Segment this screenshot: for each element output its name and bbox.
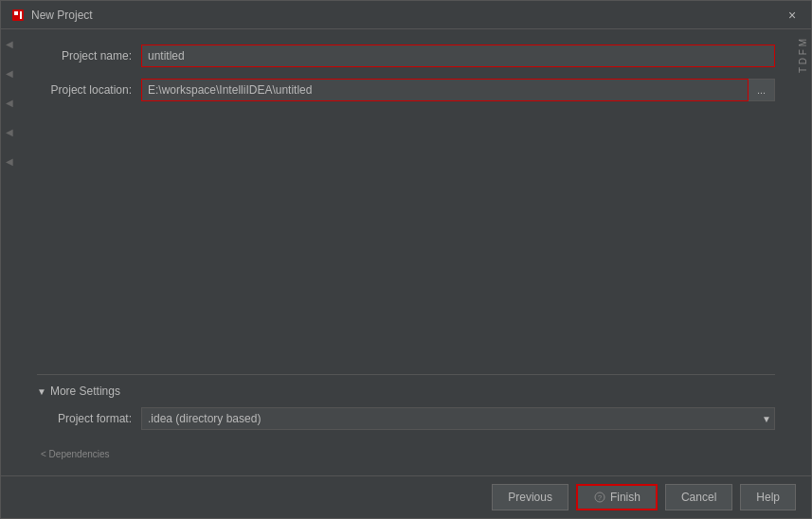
- project-location-label: Project location:: [37, 83, 141, 97]
- project-location-input[interactable]: [141, 79, 749, 101]
- right-sidebar: T D F M: [794, 29, 811, 475]
- project-name-label: Project name:: [37, 49, 141, 63]
- sidebar-arrow-4: ◀: [5, 127, 15, 137]
- project-format-row: Project format: .idea (directory based) …: [37, 407, 775, 430]
- toggle-arrow-icon: ▼: [37, 386, 46, 397]
- project-format-select[interactable]: .idea (directory based) Eclipse (classic…: [141, 407, 775, 430]
- main-form: Project name: Project location: ... ▼ Mo…: [18, 29, 794, 475]
- left-sidebar: ◀ ◀ ◀ ◀ ◀: [1, 29, 18, 475]
- sidebar-arrow-5: ◀: [5, 156, 15, 167]
- title-bar: New Project ×: [1, 1, 811, 29]
- sidebar-arrow-1: ◀: [5, 39, 15, 49]
- app-icon: [10, 8, 26, 23]
- new-project-dialog: New Project × ◀ ◀ ◀ ◀ ◀ Project name: Pr…: [0, 0, 812, 519]
- project-location-input-group: ...: [141, 79, 775, 101]
- more-settings-label: More Settings: [50, 385, 120, 398]
- more-settings-toggle[interactable]: ▼ More Settings: [37, 385, 775, 398]
- bottom-label: < Dependencies: [37, 447, 775, 460]
- bottom-bar: Previous ? Finish Cancel Help: [1, 475, 811, 518]
- cancel-button[interactable]: Cancel: [665, 484, 732, 510]
- sidebar-arrow-3: ◀: [5, 98, 15, 108]
- more-settings-section: ▼ More Settings Project format: .idea (d…: [37, 374, 775, 438]
- browse-button[interactable]: ...: [749, 79, 775, 101]
- close-button[interactable]: ×: [783, 6, 802, 25]
- svg-text:?: ?: [598, 493, 603, 502]
- previous-button[interactable]: Previous: [492, 484, 568, 510]
- svg-rect-1: [14, 11, 18, 15]
- dialog-title: New Project: [31, 9, 93, 22]
- svg-rect-2: [20, 11, 22, 19]
- project-name-input[interactable]: [141, 45, 775, 67]
- right-sidebar-text: T D F M: [798, 39, 808, 73]
- project-location-row: Project location: ...: [37, 79, 775, 101]
- project-format-select-wrapper: .idea (directory based) Eclipse (classic…: [141, 407, 775, 430]
- finish-button[interactable]: ? Finish: [576, 484, 658, 510]
- help-button[interactable]: Help: [740, 484, 796, 510]
- spacer: [37, 113, 775, 374]
- content-area: ◀ ◀ ◀ ◀ ◀ Project name: Project location…: [1, 29, 811, 475]
- project-name-row: Project name:: [37, 45, 775, 67]
- finish-label: Finish: [610, 491, 641, 504]
- finish-icon: ?: [593, 491, 606, 504]
- sidebar-arrow-2: ◀: [5, 68, 15, 79]
- title-bar-left: New Project: [10, 8, 93, 23]
- project-format-label: Project format:: [37, 412, 141, 425]
- dependencies-label: < Dependencies: [37, 449, 110, 459]
